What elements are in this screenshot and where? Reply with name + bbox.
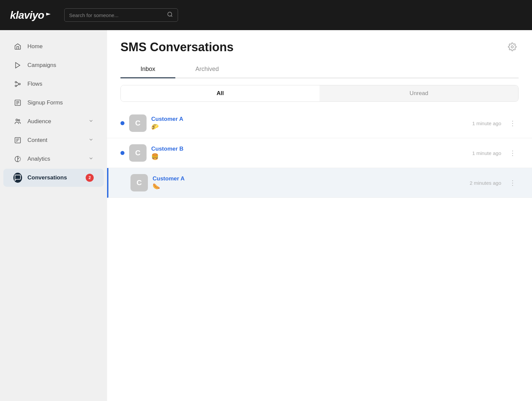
conversation-info: Customer A 🌮 — [151, 116, 467, 131]
avatar: C — [129, 114, 147, 132]
conversation-meta: 1 minute ago ⋮ — [472, 118, 519, 128]
sidebar-label-home: Home — [27, 43, 42, 50]
sidebar: Home Campaigns Flows — [0, 30, 107, 401]
analytics-icon — [13, 155, 22, 163]
signup-forms-icon — [13, 98, 22, 107]
sidebar-item-flows[interactable]: Flows — [3, 75, 104, 93]
conversation-info: Customer A 🌭 — [153, 175, 465, 190]
filter-unread-button[interactable]: Unread — [320, 85, 518, 101]
sidebar-label-signup-forms: Signup Forms — [27, 99, 63, 106]
content-icon — [13, 136, 22, 145]
sidebar-item-audience[interactable]: Audience — [3, 112, 104, 131]
chevron-down-icon-3 — [88, 156, 94, 163]
home-icon — [13, 42, 22, 51]
sidebar-label-conversations: Conversations — [27, 174, 67, 181]
chevron-down-icon — [88, 118, 94, 125]
sidebar-item-analytics[interactable]: Analytics — [3, 150, 104, 168]
conversation-time: 2 minutes ago — [470, 180, 501, 186]
conversation-item-selected[interactable]: C Customer A 🌭 2 minutes ago ⋮ — [107, 168, 532, 198]
sidebar-item-content[interactable]: Content — [3, 131, 104, 149]
conversation-meta: 2 minutes ago ⋮ — [470, 178, 519, 187]
conversation-list: C Customer A 🌮 1 minute ago ⋮ C Cust — [107, 108, 532, 401]
customer-name: Customer A — [151, 116, 467, 123]
tab-archived[interactable]: Archived — [175, 61, 239, 78]
tabs: Inbox Archived — [120, 61, 519, 78]
filter-all-button[interactable]: All — [121, 85, 320, 101]
settings-button[interactable] — [506, 41, 519, 54]
conversation-meta: 1 minute ago ⋮ — [472, 148, 519, 158]
svg-point-3 — [19, 83, 20, 85]
search-bar — [64, 8, 178, 22]
svg-line-6 — [17, 84, 19, 86]
sidebar-item-signup-forms[interactable]: Signup Forms — [3, 94, 104, 112]
conversation-item[interactable]: C Customer B 🍔 1 minute ago ⋮ — [107, 138, 532, 168]
conversation-time: 1 minute ago — [472, 121, 501, 126]
message-preview: 🌮 — [151, 123, 467, 131]
header: klaviyo — [0, 0, 532, 30]
tab-inbox[interactable]: Inbox — [120, 61, 175, 78]
logo: klaviyo — [10, 9, 51, 21]
avatar: C — [130, 174, 148, 191]
page-title: SMS Conversations — [120, 40, 234, 54]
conversation-info: Customer B 🍔 — [151, 146, 467, 160]
logo-flag — [46, 13, 51, 17]
audience-icon — [13, 117, 22, 126]
sidebar-item-campaigns[interactable]: Campaigns — [3, 56, 104, 74]
customer-name: Customer B — [151, 146, 467, 152]
svg-point-0 — [168, 12, 172, 16]
svg-marker-1 — [16, 63, 20, 68]
svg-point-17 — [511, 46, 514, 48]
sidebar-label-content: Content — [27, 137, 48, 144]
sidebar-item-home[interactable]: Home — [3, 37, 104, 56]
unread-dot — [120, 121, 124, 125]
search-input[interactable] — [69, 12, 164, 18]
main-layout: Home Campaigns Flows — [0, 30, 532, 401]
customer-name: Customer A — [153, 175, 465, 182]
sidebar-label-flows: Flows — [27, 81, 42, 87]
conversations-icon — [13, 173, 22, 182]
message-preview: 🍔 — [151, 153, 467, 160]
conversation-time: 1 minute ago — [472, 150, 501, 156]
svg-point-4 — [15, 85, 17, 87]
more-options-button[interactable]: ⋮ — [507, 178, 519, 187]
more-options-button[interactable]: ⋮ — [507, 118, 519, 128]
conversations-badge: 2 — [86, 174, 94, 182]
search-icon — [167, 11, 173, 19]
page-header: SMS Conversations — [107, 30, 532, 61]
flows-icon — [13, 80, 22, 88]
content-area: SMS Conversations Inbox Archived All Unr… — [107, 30, 532, 401]
more-options-button[interactable]: ⋮ — [507, 148, 519, 158]
svg-line-5 — [17, 82, 19, 84]
avatar: C — [129, 144, 147, 162]
svg-point-11 — [16, 119, 18, 121]
message-preview: 🌭 — [153, 183, 465, 190]
conversation-item[interactable]: C Customer A 🌮 1 minute ago ⋮ — [107, 108, 532, 138]
filter-bar: All Unread — [120, 85, 519, 102]
sidebar-label-audience: Audience — [27, 118, 51, 125]
chevron-down-icon-2 — [88, 137, 94, 144]
sidebar-label-campaigns: Campaigns — [27, 62, 56, 69]
sidebar-label-analytics: Analytics — [27, 156, 50, 162]
svg-point-2 — [15, 81, 17, 83]
no-dot — [122, 181, 126, 185]
svg-point-12 — [18, 119, 20, 121]
unread-dot — [120, 151, 124, 155]
campaigns-icon — [13, 61, 22, 70]
sidebar-item-conversations[interactable]: Conversations 2 — [3, 169, 104, 187]
